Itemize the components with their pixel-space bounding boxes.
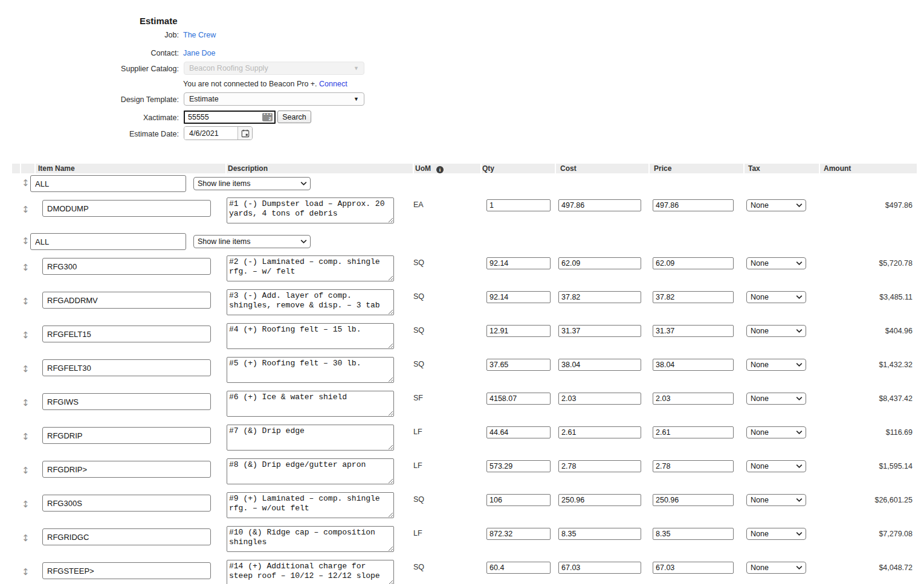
cost-input[interactable] [558,257,641,269]
cost-input[interactable] [558,325,641,337]
cost-input[interactable] [558,562,641,574]
drag-handle-icon[interactable]: ↕ [22,364,30,374]
contact-link[interactable]: Jane Doe [183,49,216,57]
qty-input[interactable] [486,359,551,371]
group-name-input[interactable] [30,175,186,192]
item-name-input[interactable] [42,292,211,309]
drag-handle-icon[interactable]: ↕ [22,499,30,510]
price-input[interactable] [653,528,734,540]
price-input[interactable] [653,426,734,438]
cost-input[interactable] [558,393,641,405]
price-input[interactable] [653,325,734,337]
drag-handle-icon[interactable]: ↕ [22,330,30,341]
tax-select-wrap: None [746,528,806,540]
tax-select[interactable]: None [746,562,806,574]
qty-input[interactable] [486,528,551,540]
price-input[interactable] [653,257,734,269]
search-button[interactable]: Search [277,111,311,123]
info-icon[interactable]: i [436,166,444,173]
connect-link[interactable]: Connect [319,80,347,88]
qty-input[interactable] [486,426,551,438]
item-name-input[interactable] [42,326,211,342]
drag-handle-icon[interactable]: ↕ [22,262,30,273]
item-name-input[interactable] [42,258,211,275]
item-name-input[interactable] [42,528,211,545]
description-textarea[interactable]: #8 (&) Drip edge/gutter apron [227,458,394,484]
cost-input[interactable] [558,291,641,303]
estimate-date-input[interactable] [184,127,237,140]
qty-input[interactable] [486,199,551,211]
cost-input[interactable] [558,494,641,506]
tax-select[interactable]: None [746,528,806,540]
item-name-input[interactable] [42,393,211,410]
description-textarea[interactable]: #2 (-) Laminated – comp. shingle rfg. – … [227,255,394,281]
description-textarea[interactable]: #6 (+) Ice & water shield [227,391,394,417]
price-input[interactable] [653,291,734,303]
line-items-filter-select[interactable]: Show line items [193,235,311,248]
cost-input[interactable] [558,460,641,472]
drag-handle-icon[interactable]: ↕ [22,533,30,544]
cost-input[interactable] [558,426,641,438]
group-name-input[interactable] [30,233,186,250]
description-textarea[interactable]: #10 (&) Ridge cap – composition shingles [227,526,394,552]
drag-handle-icon[interactable]: ↕ [22,566,30,577]
autofill-extension-icon[interactable] [262,113,273,121]
qty-input[interactable] [486,257,551,269]
col-header-price: Price [650,164,745,173]
description-textarea[interactable]: #3 (-) Add. layer of comp. shingles, rem… [227,289,394,315]
item-name-input[interactable] [42,495,211,512]
price-input[interactable] [653,494,734,506]
item-name-input[interactable] [42,461,211,478]
qty-input[interactable] [486,393,551,405]
qty-input[interactable] [486,460,551,472]
drag-handle-icon[interactable]: ↕ [22,397,30,408]
item-name-input[interactable] [42,359,211,376]
item-name-input[interactable] [42,200,211,217]
qty-input[interactable] [486,291,551,303]
price-input[interactable] [653,562,734,574]
line-item-row: ↕ #6 (+) Ice & water shield SF None $8,4… [0,391,924,425]
item-name-input[interactable] [42,562,211,579]
drag-handle-icon[interactable]: ↕ [22,431,30,442]
drag-handle-icon[interactable]: ↕ [22,296,30,307]
table-rows: ↕ Show line items ↕ #1 (-) Dumpster load… [0,173,924,584]
col-header-cost: Cost [556,164,650,173]
cost-input[interactable] [558,528,641,540]
tax-select[interactable]: None [746,494,806,506]
calendar-button[interactable] [237,127,252,140]
tax-select[interactable]: None [746,199,806,211]
price-input[interactable] [653,359,734,371]
tax-select[interactable]: None [746,325,806,337]
tax-select[interactable]: None [746,460,806,472]
qty-input[interactable] [486,562,551,574]
drag-handle-icon[interactable]: ↕ [22,465,30,476]
description-textarea[interactable]: #7 (&) Drip edge [227,425,394,451]
line-items-filter-select[interactable]: Show line items [193,177,311,190]
description-textarea[interactable]: #9 (+) Laminated – comp. shingle rfg. – … [227,492,394,518]
description-textarea[interactable]: #4 (+) Roofing felt – 15 lb. [227,323,394,349]
item-name-input[interactable] [42,427,211,444]
description-textarea[interactable]: #14 (+) Additional charge for steep roof… [227,560,394,584]
description-textarea[interactable]: #5 (+) Roofing felt – 30 lb. [227,357,394,383]
cost-input[interactable] [558,359,641,371]
line-item-row: ↕ #7 (&) Drip edge LF None $116.69 [0,425,924,458]
qty-input[interactable] [486,494,551,506]
description-textarea[interactable]: #1 (-) Dumpster load – Approx. 20 yards,… [227,197,394,223]
tax-select[interactable]: None [746,393,806,405]
cost-input[interactable] [558,199,641,211]
tax-select[interactable]: None [746,291,806,303]
design-template-select[interactable]: Estimate [184,92,364,106]
price-input[interactable] [653,393,734,405]
tax-select[interactable]: None [746,359,806,371]
drag-handle-icon[interactable]: ↕ [22,178,30,188]
drag-handle-icon[interactable]: ↕ [22,236,30,246]
price-input[interactable] [653,460,734,472]
price-input[interactable] [653,199,734,211]
col-header-tax: Tax [745,164,820,173]
tax-select[interactable]: None [746,257,806,269]
qty-input[interactable] [486,325,551,337]
tax-select[interactable]: None [746,426,806,438]
drag-handle-icon[interactable]: ↕ [22,204,30,215]
col-header-uom: UoMi [414,164,482,173]
job-link[interactable]: The Crew [183,31,216,39]
